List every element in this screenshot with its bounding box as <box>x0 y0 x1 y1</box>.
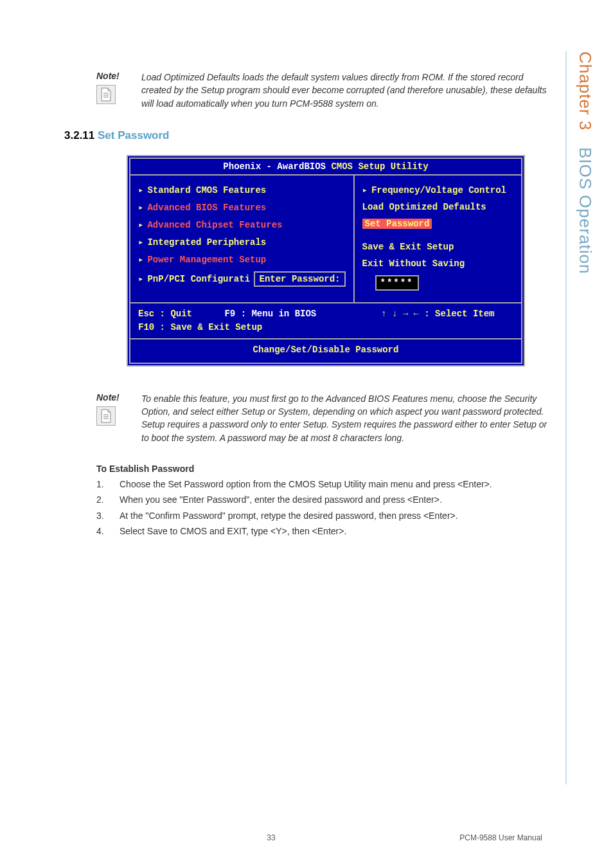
doc-name: PCM-9588 User Manual <box>459 833 542 842</box>
note-label: Note! <box>96 71 141 81</box>
bios-title-b: CMOS Setup Utility <box>331 161 428 172</box>
note-label: Note! <box>96 392 141 402</box>
note-text: To enable this feature, you must first g… <box>141 392 555 444</box>
password-field[interactable]: ***** <box>375 275 419 291</box>
chapter-section: BIOS Operation <box>576 147 595 275</box>
subheading: To Establish Password <box>96 464 555 474</box>
note-block-1: Note! Load Optimized Defaults loads the … <box>96 71 555 110</box>
bios-item[interactable]: Advanced Chipset Features <box>147 220 282 230</box>
bios-screenshot: Phoenix - AwardBIOS CMOS Setup Utility ▸… <box>127 155 525 366</box>
bios-item[interactable]: PnP/PCI Configurati <box>147 274 250 284</box>
chapter-label: Chapter 3 <box>576 51 595 131</box>
help-save: F10 : Save & Exit Setup <box>138 322 262 332</box>
bios-help: Esc : Quit F9 : Menu in BIOS ↑ ↓ → ← : S… <box>130 303 521 338</box>
step-text: Select Save to CMOS and EXIT, type <Y>, … <box>120 525 346 538</box>
bios-item[interactable]: Integrated Peripherals <box>147 237 266 248</box>
note-icon <box>96 406 116 426</box>
steps-list: Choose the Set Password option from the … <box>96 478 555 538</box>
help-menu: F9 : Menu in BIOS <box>224 309 316 319</box>
note-icon <box>96 85 116 104</box>
bios-item[interactable]: Save & Exit Setup <box>362 242 454 252</box>
help-quit: Esc : Quit <box>138 309 192 319</box>
bios-item[interactable]: Power Management Setup <box>147 255 266 265</box>
bios-item[interactable]: Frequency/Voltage Control <box>371 185 506 195</box>
bios-item[interactable]: Exit Without Saving <box>362 258 465 269</box>
password-prompt: Enter Password: <box>254 271 345 287</box>
step-text: When you see "Enter Password", enter the… <box>120 493 442 506</box>
bios-item-selected[interactable]: Set Password <box>362 219 432 229</box>
note-block-2: Note! To enable this feature, you must f… <box>96 392 555 444</box>
bios-item[interactable]: Advanced BIOS Features <box>147 203 266 213</box>
bios-title-a: Phoenix - AwardBIOS <box>223 161 326 172</box>
bios-item[interactable]: Standard CMOS Features <box>147 185 266 195</box>
step-text: Choose the Set Password option from the … <box>120 478 492 491</box>
step-text: At the "Confirm Password" prompt, retype… <box>120 509 458 522</box>
side-tab: Chapter 3 BIOS Operation <box>575 51 595 275</box>
section-title: Set Password <box>98 129 170 141</box>
bios-item[interactable]: Load Optimized Defaults <box>362 202 486 212</box>
bios-footer: Change/Set/Disable Password <box>130 338 521 363</box>
help-select: ↑ ↓ → ← : Select Item <box>381 309 494 319</box>
side-divider <box>565 51 567 784</box>
page-footer: 33 PCM-9588 User Manual <box>0 833 613 842</box>
note-text: Load Optimized Defaults loads the defaul… <box>141 71 555 110</box>
bios-left-col: ▸Standard CMOS Features ▸Advanced BIOS F… <box>130 176 355 302</box>
section-number: 3.2.11 <box>64 129 94 141</box>
bios-right-col: ▸Frequency/Voltage Control Load Optimize… <box>355 176 521 302</box>
section-heading: 3.2.11 Set Password <box>64 129 555 142</box>
